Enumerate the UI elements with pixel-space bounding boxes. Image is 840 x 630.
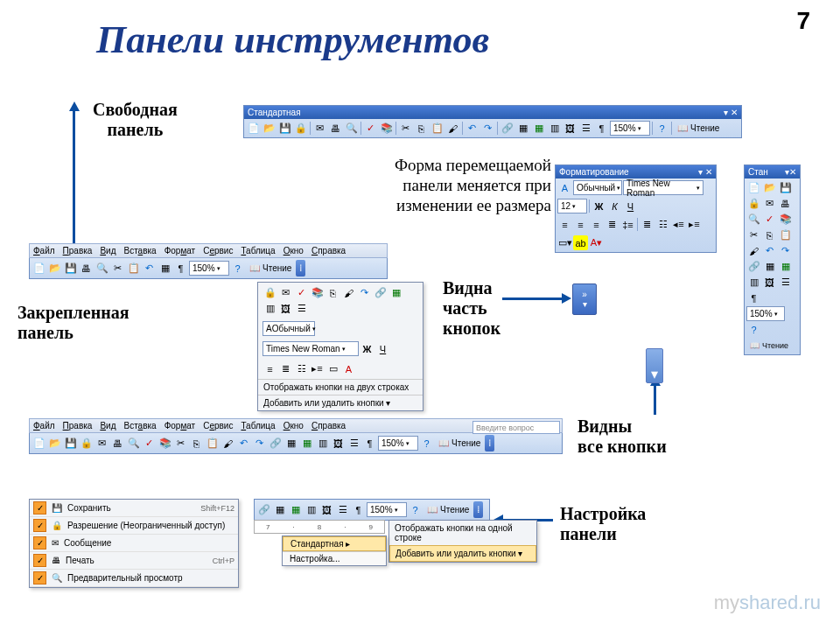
columns-icon[interactable]: ▥ [304, 502, 318, 517]
copy-icon[interactable]: ⎘ [189, 436, 204, 451]
align-justify-icon[interactable]: ≣ [605, 217, 620, 232]
new-icon[interactable]: 📄 [32, 261, 46, 276]
redo-icon[interactable]: ↷ [778, 243, 793, 258]
menu-bar[interactable]: Файл Правка Вид Вставка Формат Сервис Та… [29, 243, 388, 258]
outdent-icon[interactable]: ◂≡ [671, 217, 686, 232]
menu-file[interactable]: Файл [33, 421, 55, 430]
read-mode-button[interactable]: 📖 Чтение [674, 121, 723, 136]
italic-icon[interactable]: К [607, 199, 622, 214]
close-icon[interactable]: ▾ ✕ [724, 108, 738, 117]
toolbar-titlebar[interactable]: Форматирование ▾ ✕ [556, 165, 716, 178]
underline-icon[interactable]: Ч [623, 199, 638, 214]
hyperlink-icon[interactable]: 🔗 [373, 285, 388, 300]
align-center-icon[interactable]: ≡ [573, 217, 588, 232]
open-icon[interactable]: 📂 [47, 436, 62, 451]
zoom-dropdown[interactable]: 150%▾ [746, 306, 785, 321]
spell-icon[interactable]: ✓ [363, 121, 378, 136]
standard-toolbar-floating[interactable]: Стандартная ▾ ✕ 📄 📂 💾 🔒 ✉ 🖶 🔍 ✓ 📚 ✂ ⎘ 📋 … [243, 105, 742, 138]
menu-file[interactable]: Файл [33, 246, 55, 256]
print-icon[interactable]: 🖶 [328, 121, 343, 136]
highlight-icon[interactable]: ab [573, 235, 588, 250]
menu-two-rows[interactable]: Отображать кнопки на двух строках [258, 379, 423, 395]
numbering-icon[interactable]: ≣ [278, 361, 293, 376]
open-icon[interactable]: 📂 [262, 121, 276, 136]
mail-icon[interactable]: ✉ [762, 196, 777, 211]
indent-icon[interactable]: ▸≡ [310, 361, 325, 376]
bullets-icon[interactable]: ☷ [294, 361, 309, 376]
save-icon[interactable]: 💾 [63, 261, 78, 276]
help-icon[interactable]: ? [408, 502, 423, 517]
help-icon[interactable]: ? [654, 121, 669, 136]
copy-icon[interactable]: ⎘ [326, 285, 340, 300]
bullets-icon[interactable]: ☷ [655, 217, 670, 232]
format-painter-icon[interactable]: 🖌 [341, 285, 356, 300]
preview-icon[interactable]: 🔍 [746, 212, 761, 227]
pilcrow-icon[interactable]: ¶ [351, 502, 366, 517]
toolbar-overflow-icon[interactable]: ⁞ [473, 501, 483, 518]
hyperlink-icon[interactable]: 🔗 [500, 121, 514, 136]
menu-window[interactable]: Окно [284, 246, 304, 256]
toolbar-dropdown-chevron-icon[interactable]: ▾ [646, 348, 663, 383]
paste-icon[interactable]: 📋 [778, 228, 793, 242]
formatting-toolbar-floating[interactable]: Форматирование ▾ ✕ A Обычный▾ Times New … [555, 164, 717, 253]
menu-add-remove[interactable]: Добавить или удалить кнопки ▾ [258, 395, 423, 410]
close-icon[interactable]: ▾✕ [785, 167, 796, 177]
permission-icon[interactable]: 🔒 [262, 285, 277, 300]
columns-icon[interactable]: ▥ [262, 301, 277, 316]
pilcrow-icon[interactable]: ¶ [362, 436, 377, 451]
cut-icon[interactable]: ✂ [398, 121, 413, 136]
save-icon[interactable]: 💾 [63, 436, 78, 451]
excel-icon[interactable]: ▦ [388, 285, 403, 300]
menu-tools[interactable]: Сервис [203, 421, 233, 430]
underline-icon[interactable]: Ч [375, 341, 390, 356]
table-icon[interactable]: ▦ [272, 502, 287, 517]
undo-icon[interactable]: ↶ [762, 243, 777, 258]
menu-bar[interactable]: Файл Правка Вид Вставка Формат Сервис Та… [29, 418, 563, 433]
font-dropdown[interactable]: Times New Roman▾ [623, 180, 704, 195]
menu-table[interactable]: Таблица [241, 246, 275, 256]
paste-icon[interactable]: 📋 [205, 436, 220, 451]
preview-icon[interactable]: 🔍 [126, 436, 141, 451]
undo-icon[interactable]: ↶ [142, 261, 157, 276]
border-icon[interactable]: ▭ [326, 361, 340, 376]
redo-icon[interactable]: ↷ [480, 121, 495, 136]
open-icon[interactable]: 📂 [47, 261, 62, 276]
format-painter-icon[interactable]: 🖌 [746, 243, 761, 258]
columns-icon[interactable]: ▥ [547, 121, 562, 136]
menu-item-preview[interactable]: ✓ 🔍 Предварительный просмотр [30, 570, 238, 587]
align-left-icon[interactable]: ≡ [557, 217, 572, 232]
border-icon[interactable]: ▭▾ [557, 235, 572, 250]
cut-icon[interactable]: ✂ [110, 261, 125, 276]
style-dropdown[interactable]: Обычный▾ [573, 180, 622, 195]
bold-icon[interactable]: Ж [360, 341, 374, 356]
font-dropdown[interactable]: Times New Roman▾ [262, 341, 359, 356]
spell-icon[interactable]: ✓ [142, 436, 157, 451]
save-icon[interactable]: 💾 [277, 121, 292, 136]
align-right-icon[interactable]: ≡ [589, 217, 604, 232]
help-icon[interactable]: ? [230, 261, 245, 276]
style-dropdown[interactable]: A Обычный▾ [262, 321, 315, 336]
menu-add-remove[interactable]: Добавить или удалить кнопки ▾ [389, 545, 536, 562]
pilcrow-icon[interactable]: ¶ [173, 261, 188, 276]
numbering-icon[interactable]: ≣ [640, 217, 654, 232]
permission-icon[interactable]: 🔒 [79, 436, 94, 451]
excel-icon[interactable]: ▦ [288, 502, 303, 517]
zoom-dropdown[interactable]: 150%▾ [189, 261, 229, 276]
menu-help[interactable]: Справка [312, 421, 346, 430]
toolbar-overflow-chevron-icon[interactable]: »▾ [572, 284, 597, 315]
menu-view[interactable]: Вид [100, 246, 116, 256]
research-icon[interactable]: 📚 [379, 121, 394, 136]
docmap-icon[interactable]: ☰ [778, 275, 793, 290]
menu-insert[interactable]: Вставка [123, 246, 156, 256]
excel-icon[interactable]: ▦ [299, 436, 314, 451]
new-icon[interactable]: 📄 [246, 121, 261, 136]
research-icon[interactable]: 📚 [310, 285, 325, 300]
print-icon[interactable]: 🖶 [79, 261, 94, 276]
indent-icon[interactable]: ▸≡ [687, 217, 702, 232]
print-icon[interactable]: 🖶 [110, 436, 125, 451]
mail-icon[interactable]: ✉ [312, 121, 327, 136]
bold-icon[interactable]: Ж [592, 199, 606, 214]
menu-tools[interactable]: Сервис [203, 246, 233, 256]
copy-icon[interactable]: ⎘ [762, 228, 777, 242]
redo-icon[interactable]: ↷ [357, 285, 372, 300]
